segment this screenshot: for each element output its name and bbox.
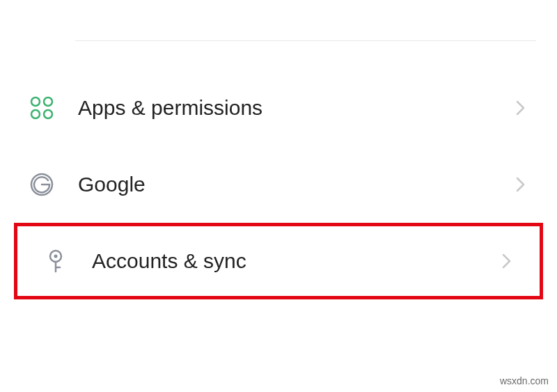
chevron-right-icon — [512, 100, 529, 116]
key-icon — [42, 247, 70, 275]
apps-icon — [28, 94, 56, 122]
settings-item-accounts-sync[interactable]: Accounts & sync — [14, 223, 543, 299]
settings-list: Apps & permissions Google — [0, 0, 557, 299]
google-icon — [28, 171, 56, 198]
svg-rect-2 — [31, 110, 40, 118]
svg-rect-0 — [31, 97, 40, 106]
svg-point-6 — [54, 255, 58, 258]
settings-item-google[interactable]: Google — [0, 146, 557, 223]
chevron-right-icon — [512, 176, 529, 193]
settings-item-label: Apps & permissions — [78, 96, 512, 120]
settings-item-label: Accounts & sync — [92, 249, 499, 273]
settings-item-label: Google — [78, 173, 512, 196]
watermark: wsxdn.com — [500, 375, 549, 386]
chevron-right-icon — [499, 253, 515, 269]
divider — [75, 40, 536, 41]
svg-rect-3 — [44, 110, 52, 118]
svg-rect-1 — [44, 97, 52, 106]
settings-item-apps-permissions[interactable]: Apps & permissions — [0, 70, 557, 146]
